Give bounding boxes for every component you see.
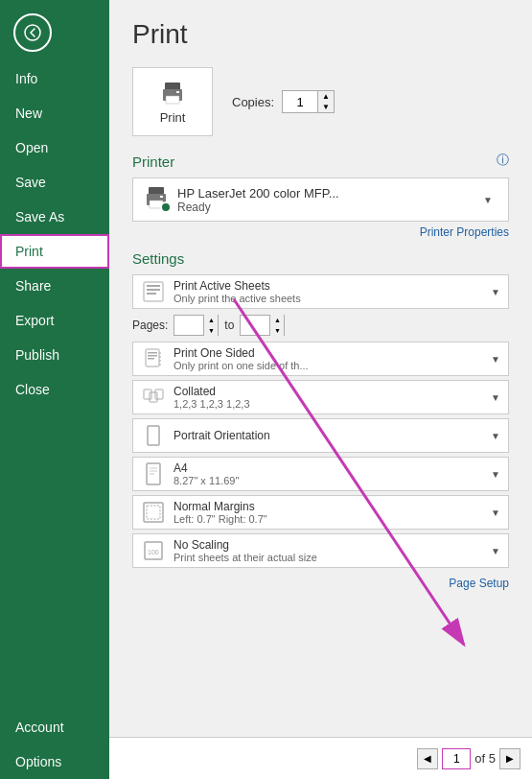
collated-icon [141,385,166,410]
pages-to-input[interactable] [241,316,269,335]
info-icon: ⓘ [497,152,509,169]
copies-input-wrap: ▲ ▼ [282,90,335,113]
printer-properties-link[interactable]: Printer Properties [132,225,509,239]
back-button[interactable] [13,13,52,52]
page-number-input[interactable] [442,748,471,769]
svg-rect-10 [147,285,160,287]
portrait-icon [141,423,166,448]
svg-rect-11 [147,289,160,291]
svg-rect-3 [166,96,179,104]
sidebar-item-save-as[interactable]: Save As [0,200,109,234]
setting-normal-margins[interactable]: Normal Margins Left: 0.7" Right: 0.7" ▼ [132,495,509,530]
setting-print-active-sheets[interactable]: Print Active Sheets Only print the activ… [132,274,509,309]
pages-from-up[interactable]: ▲ [204,315,218,325]
svg-text:100: 100 [148,549,159,555]
svg-rect-14 [148,352,157,354]
copies-input[interactable] [283,91,317,112]
copies-down-button[interactable]: ▼ [318,102,334,112]
setting-a4-text: A4 8.27" x 11.69" [173,461,483,486]
page-title: Print [132,19,509,50]
printer-status: Ready [177,201,475,214]
setting-no-scaling-main: No Scaling [173,538,483,552]
setting-collated[interactable]: Collated 1,2,3 1,2,3 1,2,3 ▼ [132,380,509,414]
setting-collated-text: Collated 1,2,3 1,2,3 1,2,3 [173,385,483,410]
collated-chevron: ▼ [491,392,500,403]
setting-collated-sub: 1,2,3 1,2,3 1,2,3 [173,398,327,410]
svg-rect-16 [148,358,154,360]
pages-from-wrap: ▲ ▼ [173,315,219,336]
print-one-sided-chevron: ▼ [491,354,500,365]
page-prev-button[interactable]: ◀ [417,748,438,769]
pages-to-label: to [224,319,234,332]
portrait-chevron: ▼ [491,431,500,441]
sidebar-item-info[interactable]: Info [0,61,109,96]
setting-portrait-main: Portrait Orientation [173,429,483,442]
svg-rect-18 [144,390,151,399]
printer-section-title: Printer [132,153,509,170]
setting-portrait-orientation[interactable]: Portrait Orientation ▼ [132,418,509,453]
setting-normal-margins-text: Normal Margins Left: 0.7" Right: 0.7" [173,500,483,525]
sidebar-item-share[interactable]: Share [0,269,109,303]
page-of-label: of 5 [474,751,496,766]
svg-rect-15 [148,355,157,357]
pages-to-wrap: ▲ ▼ [240,315,285,336]
pages-to-spinner: ▲ ▼ [269,315,284,336]
pages-row: Pages: ▲ ▼ to ▲ ▼ [132,313,509,338]
setting-no-scaling-text: No Scaling Print sheets at their actual … [173,538,483,563]
print-button[interactable]: Print [132,67,213,136]
no-scaling-chevron: ▼ [491,546,500,556]
pages-to-up[interactable]: ▲ [270,315,284,325]
svg-rect-19 [150,392,157,402]
printer-icon-wrap [143,184,170,215]
pages-from-spinner: ▲ ▼ [203,315,218,336]
pages-from-input[interactable] [174,316,203,335]
setting-normal-margins-sub: Left: 0.7" Right: 0.7" [173,513,327,525]
setting-normal-margins-main: Normal Margins [173,500,483,513]
svg-rect-4 [176,91,179,93]
printer-section: Printer ⓘ [132,153,509,170]
ready-indicator [160,201,172,213]
page-next-button[interactable]: ▶ [499,748,520,769]
printer-icon [159,80,186,106]
printer-selector[interactable]: HP LaserJet 200 color MFP... Ready ▼ [132,177,509,222]
sidebar-bottom: Account Options [0,710,109,779]
sidebar-item-save[interactable]: Save [0,165,109,200]
a4-icon [141,461,166,486]
setting-a4-sub: 8.27" x 11.69" [173,475,327,486]
svg-rect-12 [147,293,156,295]
svg-rect-1 [165,83,180,90]
normal-margins-chevron: ▼ [491,508,500,518]
sidebar-item-open[interactable]: Open [0,130,109,165]
printer-dropdown-chevron[interactable]: ▼ [483,195,498,205]
setting-print-one-sided-text: Print One Sided Only print on one side o… [173,346,483,371]
setting-collated-main: Collated [173,385,483,398]
margins-icon [141,500,166,525]
setting-no-scaling[interactable]: 100 No Scaling Print sheets at their act… [132,533,509,568]
setting-print-active-sheets-sub: Only print the active sheets [173,293,327,304]
print-one-sided-icon [141,346,166,371]
setting-print-one-sided-sub: Only print on one side of th... [173,360,327,371]
sidebar-item-publish[interactable]: Publish [0,338,109,372]
sidebar-item-export[interactable]: Export [0,303,109,338]
print-active-sheets-icon [141,279,166,304]
no-scaling-icon: 100 [141,538,166,563]
pages-label: Pages: [132,319,168,332]
sidebar-item-options[interactable]: Options [0,744,109,779]
a4-chevron: ▼ [491,469,500,480]
sidebar-item-print[interactable]: Print [0,234,109,269]
svg-rect-5 [149,187,164,195]
page-setup-link[interactable]: Page Setup [449,577,509,590]
pages-to-down[interactable]: ▼ [270,325,284,336]
sidebar-item-new[interactable]: New [0,96,109,130]
setting-a4-main: A4 [173,461,483,475]
setting-a4[interactable]: A4 8.27" x 11.69" ▼ [132,457,509,491]
copies-up-button[interactable]: ▲ [318,91,334,102]
print-active-sheets-chevron: ▼ [491,287,500,297]
print-btn-label: Print [160,110,186,125]
setting-print-one-sided[interactable]: Print One Sided Only print on one side o… [132,342,509,376]
sidebar-item-close[interactable]: Close [0,372,109,407]
setting-portrait-text: Portrait Orientation [173,429,483,442]
sidebar-item-account[interactable]: Account [0,710,109,744]
pages-from-down[interactable]: ▼ [204,325,218,336]
bottom-bar: ◀ of 5 ▶ [109,737,532,779]
